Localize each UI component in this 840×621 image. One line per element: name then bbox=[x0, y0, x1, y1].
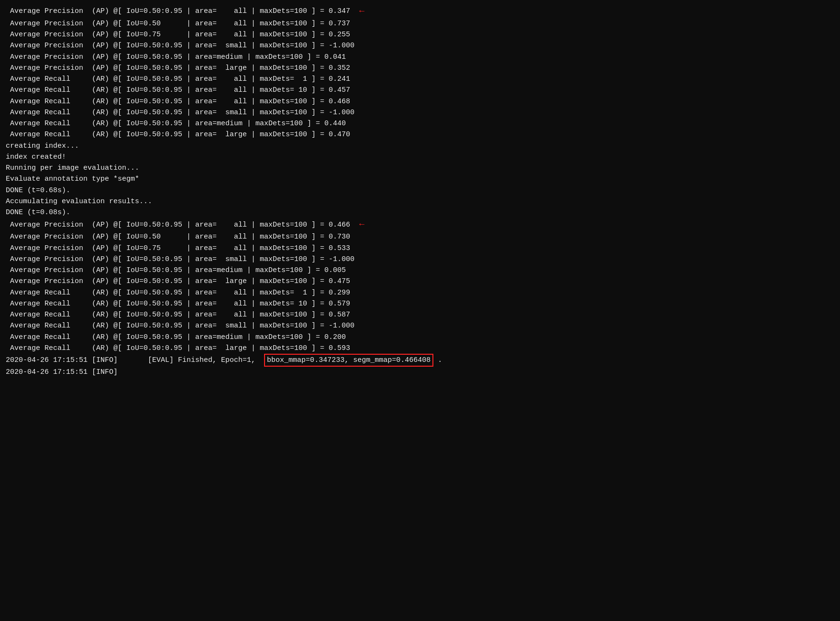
terminal-line-ap6b: Average Precision (AP) @[ IoU=0.50:0.95 … bbox=[6, 276, 834, 287]
terminal-line-ar3b: Average Recall (AR) @[ IoU=0.50:0.95 | a… bbox=[6, 309, 834, 320]
line-text: Average Recall (AR) @[ IoU=0.50:0.95 | a… bbox=[6, 287, 350, 298]
line-text: Average Precision (AP) @[ IoU=0.50:0.95 … bbox=[6, 40, 354, 51]
terminal-line-ar4b: Average Recall (AR) @[ IoU=0.50:0.95 | a… bbox=[6, 320, 834, 331]
terminal-line-ap6: Average Precision (AP) @[ IoU=0.50:0.95 … bbox=[6, 63, 834, 74]
terminal-line-ar5: Average Recall (AR) @[ IoU=0.50:0.95 | a… bbox=[6, 118, 834, 129]
line-text: DONE (t=0.68s). bbox=[6, 185, 70, 196]
terminal-line-ap1b: Average Precision (AP) @[ IoU=0.50:0.95 … bbox=[6, 218, 834, 231]
terminal-line-d1: DONE (t=0.68s). bbox=[6, 185, 834, 196]
line-text: Average Recall (AR) @[ IoU=0.50:0.95 | a… bbox=[6, 320, 354, 331]
terminal-line-ap2b: Average Precision (AP) @[ IoU=0.50 | are… bbox=[6, 231, 834, 242]
terminal-line-ar4: Average Recall (AR) @[ IoU=0.50:0.95 | a… bbox=[6, 107, 834, 118]
line-text: Average Precision (AP) @[ IoU=0.75 | are… bbox=[6, 29, 350, 40]
line-text: index created! bbox=[6, 152, 66, 163]
terminal-line-ci: creating index... bbox=[6, 141, 834, 152]
terminal-line-rp: Running per image evaluation... bbox=[6, 163, 834, 174]
terminal-line-ar2b: Average Recall (AR) @[ IoU=0.50:0.95 | a… bbox=[6, 298, 834, 309]
red-arrow-icon: ← bbox=[354, 218, 365, 231]
terminal-line-ea: Evaluate annotation type *segm* bbox=[6, 174, 834, 185]
line-text: Average Recall (AR) @[ IoU=0.50:0.95 | a… bbox=[6, 96, 350, 107]
line-text: Average Precision (AP) @[ IoU=0.50:0.95 … bbox=[6, 52, 346, 63]
terminal-line-ap3: Average Precision (AP) @[ IoU=0.75 | are… bbox=[6, 29, 834, 40]
line-text: Evaluate annotation type *segm* bbox=[6, 174, 139, 185]
terminal: Average Precision (AP) @[ IoU=0.50:0.95 … bbox=[6, 5, 834, 378]
line-text: creating index... bbox=[6, 141, 79, 152]
line-text: Average Recall (AR) @[ IoU=0.50:0.95 | a… bbox=[6, 74, 350, 85]
line-text: Average Precision (AP) @[ IoU=0.50:0.95 … bbox=[6, 63, 350, 74]
terminal-line-ap4b: Average Precision (AP) @[ IoU=0.50:0.95 … bbox=[6, 254, 834, 265]
terminal-line-ar1: Average Recall (AR) @[ IoU=0.50:0.95 | a… bbox=[6, 74, 834, 85]
red-arrow-icon: ← bbox=[354, 5, 365, 18]
terminal-line-ap5: Average Precision (AP) @[ IoU=0.50:0.95 … bbox=[6, 52, 834, 63]
terminal-line-ar6: Average Recall (AR) @[ IoU=0.50:0.95 | a… bbox=[6, 129, 834, 140]
terminal-line-ap1: Average Precision (AP) @[ IoU=0.50:0.95 … bbox=[6, 5, 834, 18]
bottom-status-line: 2020-04-26 17:15:51 [INFO] [EVAL] Finish… bbox=[6, 354, 834, 367]
terminal-line-ae: Accumulating evaluation results... bbox=[6, 196, 834, 207]
terminal-line-ap5b: Average Precision (AP) @[ IoU=0.50:0.95 … bbox=[6, 265, 834, 276]
line-text: Average Precision (AP) @[ IoU=0.50:0.95 … bbox=[6, 219, 350, 230]
line-text: Average Precision (AP) @[ IoU=0.50 | are… bbox=[6, 18, 350, 29]
terminal-line-ic: index created! bbox=[6, 152, 834, 163]
terminal-line-ar6b: Average Recall (AR) @[ IoU=0.50:0.95 | a… bbox=[6, 343, 834, 354]
line-text: Average Precision (AP) @[ IoU=0.50 | are… bbox=[6, 231, 350, 242]
terminal-line-ap4: Average Precision (AP) @[ IoU=0.50:0.95 … bbox=[6, 40, 834, 51]
line-text: Accumulating evaluation results... bbox=[6, 196, 152, 207]
line-text: Running per image evaluation... bbox=[6, 163, 139, 174]
next-line: 2020-04-26 17:15:51 [INFO] bbox=[6, 367, 834, 378]
line-text: DONE (t=0.08s). bbox=[6, 207, 70, 218]
terminal-line-d2: DONE (t=0.08s). bbox=[6, 207, 834, 218]
line-text: Average Recall (AR) @[ IoU=0.50:0.95 | a… bbox=[6, 85, 350, 96]
terminal-line-ap3b: Average Precision (AP) @[ IoU=0.75 | are… bbox=[6, 243, 834, 254]
bbox-highlight-box: bbox_mmap=0.347233, segm_mmap=0.466408 bbox=[264, 354, 433, 367]
line-text: Average Recall (AR) @[ IoU=0.50:0.95 | a… bbox=[6, 343, 350, 354]
line-text: Average Precision (AP) @[ IoU=0.50:0.95 … bbox=[6, 276, 350, 287]
line-text: Average Recall (AR) @[ IoU=0.50:0.95 | a… bbox=[6, 129, 350, 140]
line-text: Average Recall (AR) @[ IoU=0.50:0.95 | a… bbox=[6, 118, 346, 129]
terminal-line-ar2: Average Recall (AR) @[ IoU=0.50:0.95 | a… bbox=[6, 85, 834, 96]
line-text: Average Recall (AR) @[ IoU=0.50:0.95 | a… bbox=[6, 298, 350, 309]
line-text: Average Precision (AP) @[ IoU=0.50:0.95 … bbox=[6, 254, 354, 265]
terminal-line-ar1b: Average Recall (AR) @[ IoU=0.50:0.95 | a… bbox=[6, 287, 834, 298]
line-text: Average Precision (AP) @[ IoU=0.50:0.95 … bbox=[6, 6, 350, 17]
line-text: Average Precision (AP) @[ IoU=0.75 | are… bbox=[6, 243, 350, 254]
line-text: Average Recall (AR) @[ IoU=0.50:0.95 | a… bbox=[6, 107, 354, 118]
terminal-line-ap2: Average Precision (AP) @[ IoU=0.50 | are… bbox=[6, 18, 834, 29]
bottom-line-prefix: 2020-04-26 17:15:51 [INFO] bbox=[6, 355, 118, 366]
bottom-line-middle: [EVAL] Finished, Epoch=1, bbox=[118, 355, 264, 366]
next-line-text: 2020-04-26 17:15:51 [INFO] bbox=[6, 367, 118, 378]
line-text: Average Recall (AR) @[ IoU=0.50:0.95 | a… bbox=[6, 332, 346, 343]
terminal-line-ar3: Average Recall (AR) @[ IoU=0.50:0.95 | a… bbox=[6, 96, 834, 107]
bottom-line-suffix: . bbox=[433, 355, 442, 366]
terminal-line-ar5b: Average Recall (AR) @[ IoU=0.50:0.95 | a… bbox=[6, 332, 834, 343]
line-text: Average Recall (AR) @[ IoU=0.50:0.95 | a… bbox=[6, 309, 350, 320]
line-text: Average Precision (AP) @[ IoU=0.50:0.95 … bbox=[6, 265, 346, 276]
